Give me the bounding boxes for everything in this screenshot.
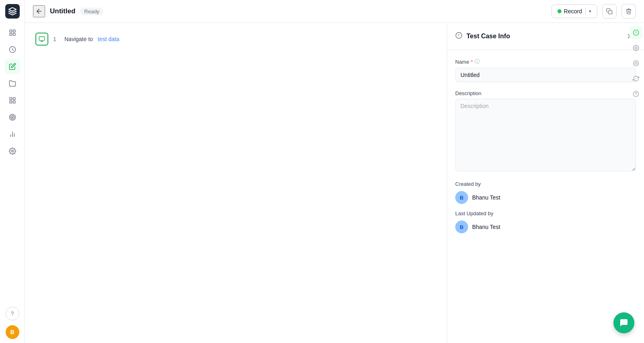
svg-rect-8: [13, 101, 15, 103]
sidebar-item-settings[interactable]: [5, 143, 20, 159]
panel-info-icon: [455, 32, 462, 41]
svg-rect-2: [10, 33, 12, 35]
sidebar: ? B: [0, 0, 25, 343]
panel-title: Test Case Info: [466, 33, 620, 40]
svg-point-30: [635, 62, 637, 64]
edge-icons-panel: [628, 23, 644, 104]
svg-point-10: [10, 116, 14, 119]
description-field-group: Description: [455, 90, 636, 173]
svg-rect-0: [10, 30, 12, 32]
page-title: Untitled: [50, 7, 75, 15]
created-by-name: Bhanu Test: [472, 194, 500, 201]
panel-header: Test Case Info: [447, 23, 644, 50]
record-divider: [585, 7, 586, 15]
edge-settings-icon[interactable]: [630, 42, 642, 54]
sidebar-item-target[interactable]: [5, 110, 20, 125]
last-updated-name: Bhanu Test: [472, 224, 500, 230]
content-area: 1 Navigate to test data Test Case Info: [25, 23, 644, 343]
svg-point-15: [11, 150, 13, 152]
status-badge: Ready: [80, 8, 103, 15]
last-updated-user: B Bhanu Test: [455, 220, 636, 233]
delete-button[interactable]: [621, 4, 636, 19]
step-number: 1: [53, 36, 60, 42]
created-by-user: B Bhanu Test: [455, 191, 636, 204]
svg-point-29: [633, 60, 638, 66]
created-by-avatar: B: [455, 191, 468, 204]
last-updated-section: Last Updated by B Bhanu Test: [455, 210, 636, 233]
record-indicator: [557, 9, 561, 13]
svg-point-11: [12, 117, 13, 118]
svg-rect-16: [609, 10, 612, 14]
description-textarea[interactable]: [455, 99, 636, 171]
svg-rect-6: [13, 98, 15, 100]
sidebar-item-bar-chart[interactable]: [5, 127, 20, 142]
svg-rect-5: [10, 98, 12, 100]
svg-rect-17: [39, 37, 44, 40]
topbar: Untitled Ready Record ▾: [25, 0, 644, 23]
edge-refresh-icon[interactable]: [630, 72, 642, 85]
name-label: Name * ⓘ: [455, 58, 636, 65]
chevron-down-icon: ▾: [589, 8, 591, 14]
created-by-section: Created by B Bhanu Test: [455, 181, 636, 204]
panel-body: Name * ⓘ Description Created by: [447, 50, 644, 343]
help-button[interactable]: ?: [6, 307, 19, 320]
name-info-icon: ⓘ: [475, 58, 480, 65]
last-updated-label: Last Updated by: [455, 210, 636, 216]
sidebar-item-grid[interactable]: [5, 25, 20, 40]
svg-rect-7: [10, 101, 12, 103]
record-button[interactable]: Record ▾: [551, 4, 597, 18]
step-link[interactable]: test data: [98, 36, 120, 42]
user-avatar[interactable]: B: [6, 325, 19, 339]
name-field-group: Name * ⓘ: [455, 58, 636, 82]
svg-point-28: [635, 47, 637, 49]
sidebar-item-folder[interactable]: [5, 76, 20, 91]
sidebar-item-apps[interactable]: [5, 93, 20, 108]
step-row: 1 Navigate to test data: [31, 29, 440, 49]
svg-rect-1: [13, 30, 15, 32]
edge-help-icon[interactable]: [630, 87, 642, 100]
copy-button[interactable]: [602, 4, 617, 19]
name-input[interactable]: [455, 68, 636, 82]
sidebar-item-chart[interactable]: [5, 42, 20, 57]
edge-info-icon[interactable]: [630, 26, 642, 39]
created-by-label: Created by: [455, 181, 636, 187]
svg-rect-3: [13, 33, 15, 35]
sidebar-item-edit[interactable]: [5, 59, 20, 74]
description-label: Description: [455, 90, 636, 96]
required-indicator: *: [471, 59, 473, 65]
right-panel: Test Case Info Name * ⓘ: [447, 23, 644, 343]
back-button[interactable]: [33, 5, 45, 17]
steps-panel: 1 Navigate to test data: [25, 23, 447, 343]
main-wrapper: Untitled Ready Record ▾: [25, 0, 644, 343]
edge-circle-icon[interactable]: [630, 57, 642, 70]
step-text: Navigate to: [64, 36, 93, 42]
step-browser-icon: [35, 33, 48, 46]
help-icon: ?: [11, 310, 14, 317]
chat-button[interactable]: [613, 312, 634, 333]
app-logo: [5, 4, 20, 19]
last-updated-avatar: B: [455, 220, 468, 233]
